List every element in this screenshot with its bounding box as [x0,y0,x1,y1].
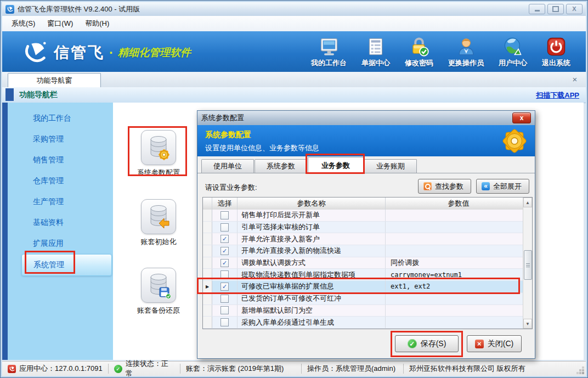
sidebar-item-label: 采购管理 [33,134,64,144]
sidebar-item[interactable]: 销售管理 [8,150,113,171]
status-connection: ✓ 连接状态：正常 [109,362,180,376]
table-row[interactable]: ▶ 开单允许直接录入新客户 [203,233,523,245]
save-button[interactable]: ✓ 保存(S) [395,335,459,352]
table-row[interactable]: ▶ 销售单打印后提示开新单 [203,210,523,222]
minimize-button[interactable] [529,4,545,14]
database-init-icon [146,203,171,230]
toolbar-item-workbench[interactable]: 我的工作台 [311,35,347,68]
dialog-tab[interactable]: 使用单位 [201,159,254,173]
dialog-close-button[interactable]: x [512,112,531,123]
dialog-tab[interactable]: 系统参数 [255,159,307,173]
table-row[interactable]: ▶ 可修改已审核单据的扩展信息 ext1, ext2 [203,281,523,293]
parameter-value-cell [386,305,523,317]
parameter-name-cell: 引单可选择未审核的订单 [238,222,386,233]
toolbar-item-exit-system[interactable]: 退出系统 [542,35,570,68]
close-button[interactable]: X [566,4,583,14]
app-window: 信管飞仓库管理软件 V9.2.400 - 试用版 X 系统(S)窗口(W)帮助(… [0,0,588,378]
table-row[interactable]: ▶ 采购入库单必须通过引单生成 [203,317,523,329]
scroll-up-icon[interactable]: ▲ [523,198,532,207]
table-row[interactable]: ▶ 调拨单默认调拨方式 同价调拨 [203,257,523,269]
module-system-parameter-config[interactable]: 系统参数配置 [128,130,189,178]
row-checkbox[interactable] [220,223,229,232]
menu-bar: 系统(S)窗口(W)帮助(H) [2,16,586,31]
parameter-value-cell [386,222,523,233]
module-account-backup-restore[interactable]: 账套备份还原 [128,268,189,315]
find-parameter-button[interactable]: 查找参数 [418,179,471,194]
sidebar-item-label: 基础资料 [33,218,64,228]
menu-item[interactable]: 窗口(W) [41,16,79,31]
parameter-name-cell: 开单允许直接录入新客户 [238,233,386,245]
scroll-down-icon[interactable]: ▼ [523,319,532,329]
sidebar-item-label: 生产管理 [33,197,64,207]
scrollbar-thumb[interactable] [524,250,532,280]
sidebar-item[interactable]: 基础资料 [8,212,113,233]
row-checkbox[interactable] [220,318,229,326]
brand-separator: · [109,45,114,60]
sidebar-item[interactable]: 仓库管理 [8,171,113,191]
parameter-name-cell: 开单允许直接录入新的物流快递 [238,245,386,257]
parameter-value-cell [386,233,523,245]
header-select: 选择 [212,198,238,210]
nav-header-square-icon [5,88,14,101]
table-row[interactable]: ▶ 新增单据默认部门为空 [203,305,523,317]
row-checkbox[interactable] [220,259,229,267]
resize-grip[interactable] [582,372,584,374]
dialog-tab[interactable]: 业务账期 [364,159,417,173]
module-label: 账套初始化 [128,237,189,247]
module-account-initialize[interactable]: 账套初始化 [128,199,189,247]
expand-all-button[interactable]: 全部展开 [476,179,529,194]
row-checkbox[interactable] [220,283,229,291]
toolbar-item-document-center[interactable]: 单据中心 [361,35,390,68]
sidebar-item[interactable]: 生产管理 [8,191,113,212]
sidebar-item[interactable]: 我的工作台 [8,108,113,129]
module-label: 账套备份还原 [128,306,189,315]
table-row[interactable]: ▶ 开单允许直接录入新的物流快递 [203,245,523,257]
row-checkbox[interactable] [220,247,229,255]
status-app-logo-icon [8,365,16,373]
table-scrollbar[interactable]: ▲ ▼ [523,198,532,329]
brand: 信管飞 · 精细化管理软件 [23,40,191,65]
toolbar-item-user-center[interactable]: 用户中心 [499,35,527,68]
menu-item[interactable]: 系统(S) [5,16,41,31]
table-row[interactable]: ▶ 引单可选择未审核的订单 [203,222,523,234]
row-indicator-cell: ▶ [203,281,212,292]
sidebar-item[interactable]: 系统管理 [21,254,112,276]
switch-operator-icon [456,35,476,57]
connection-ok-icon: ✓ [114,365,122,373]
table-rows: ▶ 销售单打印后提示开新单 ▶ 引单可选择未审核的订单 [203,210,523,329]
row-checkbox[interactable] [220,235,229,243]
table-row[interactable]: ▶ 已发货的订单不可修改不可红冲 [203,293,523,305]
menu-item[interactable]: 帮助(H) [79,16,115,31]
parameter-value-cell: ext1, ext2 [386,281,523,292]
sidebar-item[interactable]: 扩展应用 [8,233,113,254]
row-checkbox[interactable] [220,270,229,279]
row-indicator-cell: ▶ [203,269,212,280]
status-app-center: 应用中心：127.0.0.1:7091 [2,362,108,376]
current-row-arrow-icon: ▶ [206,284,209,289]
tab-function-navigator[interactable]: 功能导航窗 [8,73,101,88]
scan-download-app-link[interactable]: 扫描下载APP [536,91,579,100]
row-checkbox[interactable] [220,295,229,303]
maximize-button[interactable] [547,4,564,14]
tabstrip-close-icon[interactable]: × [570,75,579,84]
status-copyright: 郑州亚拓软件科技有限公司 版权所有 [404,362,531,376]
nav-header-title: 功能导航栏 [19,90,58,100]
parameter-name-cell: 提取物流快递数值到单据指定数据项 [238,269,386,280]
dialog-body: 请设置业务参数: 查找参数 全部展开 选择 参数名称 参数值 [197,173,535,358]
sidebar-item[interactable]: 采购管理 [8,129,113,150]
dialog-tab[interactable]: 业务参数 [308,157,364,173]
workbench-icon [319,35,340,57]
table-row[interactable]: ▶ 提取物流快递数值到单据指定数据项 carrymoney=extnum1 [203,269,523,281]
save-check-icon: ✓ [408,339,417,348]
close-dialog-button[interactable]: × 关闭(C) [467,335,522,352]
sidebar-item-label: 仓库管理 [33,176,64,186]
status-account: 账套：演示账套 (2019年第1期) [180,362,301,376]
gear-icon [501,127,528,157]
row-checkbox[interactable] [220,211,229,219]
toolbar-item-change-password[interactable]: 修改密码 [405,35,433,68]
brand-slogan: 精细化管理软件 [118,46,191,60]
toolbar-item-switch-operator[interactable]: 更换操作员 [448,35,484,68]
parameter-table: 选择 参数名称 参数值 ▶ 销售单打印后提示开新单 [202,197,533,329]
row-checkbox[interactable] [220,306,229,314]
parameter-name-cell: 销售单打印后提示开新单 [238,210,386,221]
